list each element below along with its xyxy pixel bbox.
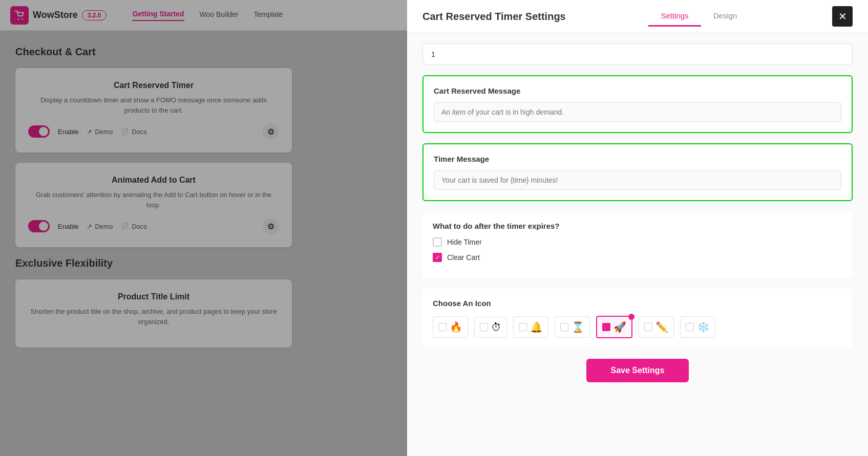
timer-message-section: Timer Message xyxy=(422,143,853,201)
icon-item-snowflake[interactable]: ❄️ xyxy=(680,316,715,338)
icon-checkbox-rocket xyxy=(602,323,610,331)
icon-emoji-fire: 🔥 xyxy=(450,321,462,333)
icon-emoji-pencil: ✏️ xyxy=(655,321,668,333)
icon-checkbox-pencil xyxy=(644,323,652,331)
hide-timer-label: Hide Timer xyxy=(447,238,482,246)
tab-settings[interactable]: Settings xyxy=(648,6,701,27)
expiry-title: What to do after the timer expires? xyxy=(433,222,842,230)
clear-cart-checkbox[interactable]: ✓ xyxy=(433,253,442,262)
close-button[interactable]: ✕ xyxy=(832,6,853,27)
cart-reserved-message-section: Cart Reserved Message xyxy=(422,75,853,133)
icon-checkbox-timer xyxy=(480,323,488,331)
top-input-box: 1 xyxy=(422,44,853,65)
hide-timer-checkbox[interactable] xyxy=(433,237,442,247)
icon-checkbox-bell xyxy=(519,323,527,331)
timer-message-input[interactable] xyxy=(434,170,841,190)
icon-emoji-snowflake: ❄️ xyxy=(697,321,710,333)
modal-panel: Cart Reserved Timer Settings Settings De… xyxy=(407,0,868,456)
tab-design[interactable]: Design xyxy=(701,6,750,27)
icon-item-timer[interactable]: ⏱ xyxy=(474,317,507,338)
choose-icon-section: Choose An Icon 🔥 ⏱ 🔔 ⌛ xyxy=(422,289,853,349)
clear-cart-row: ✓ Clear Cart xyxy=(433,253,842,262)
timer-expiry-section: What to do after the timer expires? Hide… xyxy=(422,211,853,278)
icon-item-rocket[interactable]: 🚀 xyxy=(596,316,632,338)
icon-checkbox-hourglass xyxy=(560,323,568,331)
clear-cart-label: Clear Cart xyxy=(447,253,480,262)
timer-message-label: Timer Message xyxy=(434,155,841,163)
cart-reserved-message-input[interactable] xyxy=(434,102,841,122)
top-input-value: 1 xyxy=(431,50,435,58)
save-settings-button[interactable]: Save Settings xyxy=(586,359,689,382)
icon-checkbox-fire xyxy=(438,323,447,331)
icon-item-bell[interactable]: 🔔 xyxy=(513,316,548,338)
modal-tabs: Settings Design xyxy=(648,6,749,27)
cart-reserved-message-label: Cart Reserved Message xyxy=(434,86,841,95)
icon-checkbox-snowflake xyxy=(686,323,694,331)
modal-header: Cart Reserved Timer Settings Settings De… xyxy=(407,0,868,33)
hide-timer-row: Hide Timer xyxy=(433,237,842,247)
modal-body: 1 Cart Reserved Message Timer Message Wh… xyxy=(407,33,868,456)
icon-item-fire[interactable]: 🔥 xyxy=(433,316,468,338)
icon-emoji-hourglass: ⌛ xyxy=(571,321,584,333)
icon-item-pencil[interactable]: ✏️ xyxy=(639,316,674,338)
choose-icon-title: Choose An Icon xyxy=(433,299,842,308)
icon-grid: 🔥 ⏱ 🔔 ⌛ 🚀 xyxy=(433,316,842,338)
icon-emoji-timer: ⏱ xyxy=(491,321,501,333)
icon-emoji-bell: 🔔 xyxy=(530,321,543,333)
icon-item-hourglass[interactable]: ⌛ xyxy=(555,316,590,338)
modal-title: Cart Reserved Timer Settings xyxy=(422,11,566,23)
icon-emoji-rocket: 🚀 xyxy=(613,321,626,333)
